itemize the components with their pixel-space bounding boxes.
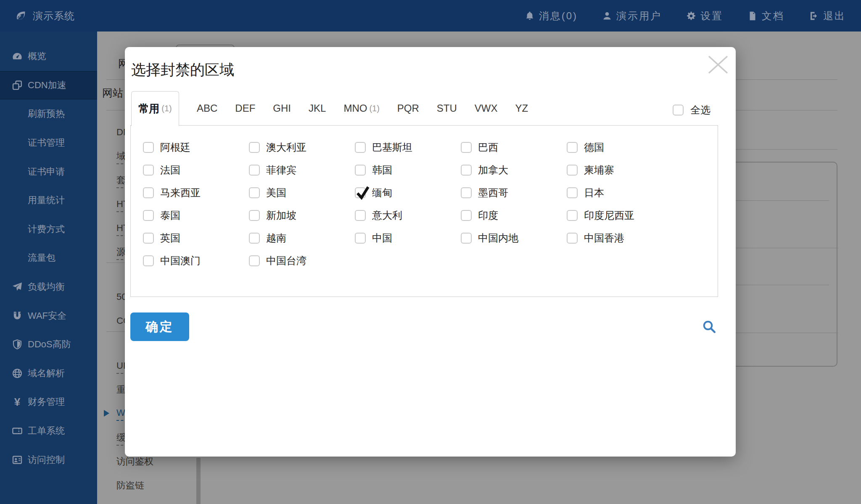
nav-item-user[interactable]: 演示用户 <box>602 9 662 23</box>
checkbox[interactable] <box>567 142 578 153</box>
sidebar-item-billing[interactable]: 计费方式 <box>0 215 97 244</box>
region-checkbox-巴基斯坦[interactable]: 巴基斯坦 <box>355 136 461 159</box>
checkbox[interactable] <box>249 255 260 266</box>
region-checkbox-加拿大[interactable]: 加拿大 <box>461 159 567 181</box>
region-checkbox-泰国[interactable]: 泰国 <box>143 204 249 227</box>
select-all-box[interactable] <box>673 105 684 116</box>
search-icon[interactable] <box>702 319 717 334</box>
checkbox[interactable] <box>355 210 366 221</box>
nav-item-docs[interactable]: 文档 <box>747 9 784 23</box>
region-checkbox-马来西亚[interactable]: 马来西亚 <box>143 181 249 204</box>
sidebar-item-cdn[interactable]: CDN加速 <box>0 71 97 100</box>
region-block-modal: 选择封禁的区域 常用(1)ABCDEFGHIJKLMNO(1)PQRSTUVWX… <box>125 47 736 457</box>
checkbox[interactable] <box>355 142 366 153</box>
sidebar-item-tickets[interactable]: 工单系统 <box>0 417 97 446</box>
sidebar-item-label: WAF安全 <box>28 310 66 322</box>
checkbox[interactable] <box>249 187 260 198</box>
checkbox[interactable] <box>249 233 260 244</box>
tab-GHI[interactable]: GHI <box>273 102 291 114</box>
region-checkbox-印度[interactable]: 印度 <box>461 204 567 227</box>
checkbox[interactable] <box>461 210 472 221</box>
region-checkbox-日本[interactable]: 日本 <box>567 181 673 204</box>
region-checkbox-中国[interactable]: 中国 <box>355 227 461 249</box>
region-checkbox-意大利[interactable]: 意大利 <box>355 204 461 227</box>
nav-item-settings[interactable]: 设置 <box>686 9 723 23</box>
checkbox[interactable] <box>143 187 154 198</box>
tab-VWX[interactable]: VWX <box>475 102 498 114</box>
tab-常用-active[interactable]: 常用(1) <box>131 91 179 126</box>
cdn-icon <box>12 80 23 91</box>
region-checkbox-中国澳门[interactable]: 中国澳门 <box>143 249 249 272</box>
region-checkbox-阿根廷[interactable]: 阿根廷 <box>143 136 249 159</box>
checkbox[interactable] <box>567 187 578 198</box>
checkbox[interactable] <box>355 233 366 244</box>
sidebar-item-label: 用量统计 <box>28 194 65 207</box>
doc-icon <box>747 11 758 21</box>
tab-STU[interactable]: STU <box>437 102 457 114</box>
checkbox[interactable] <box>143 142 154 153</box>
checkbox[interactable] <box>249 142 260 153</box>
checkbox[interactable] <box>355 187 366 198</box>
tab-JKL[interactable]: JKL <box>309 102 326 114</box>
region-checkbox-柬埔寨[interactable]: 柬埔寨 <box>567 159 673 181</box>
checkbox[interactable] <box>567 165 578 176</box>
region-checkbox-中国内地[interactable]: 中国内地 <box>461 227 567 249</box>
region-checkbox-新加坡[interactable]: 新加坡 <box>249 204 355 227</box>
checkbox[interactable] <box>143 210 154 221</box>
region-checkbox-缅甸[interactable]: 缅甸 <box>355 181 461 204</box>
sidebar-item-dns[interactable]: 域名解析 <box>0 359 97 388</box>
sidebar-item-usage[interactable]: 用量统计 <box>0 186 97 215</box>
region-checkbox-德国[interactable]: 德国 <box>567 136 673 159</box>
checkbox[interactable] <box>143 255 154 266</box>
checkbox[interactable] <box>461 187 472 198</box>
region-checkbox-法国[interactable]: 法国 <box>143 159 249 181</box>
region-checkbox-美国[interactable]: 美国 <box>249 181 355 204</box>
region-checkbox-英国[interactable]: 英国 <box>143 227 249 249</box>
sidebar-item-access-control[interactable]: 访问控制 <box>0 445 97 474</box>
nav-item-messages[interactable]: 消息(0) <box>525 9 578 23</box>
checkbox[interactable] <box>143 233 154 244</box>
nav-item-label: 退出 <box>823 9 846 23</box>
select-all-checkbox[interactable]: 全选 <box>673 103 710 117</box>
region-checkbox-澳大利亚[interactable]: 澳大利亚 <box>249 136 355 159</box>
checkbox[interactable] <box>567 233 578 244</box>
close-icon[interactable] <box>707 55 729 74</box>
sidebar-item-load-balance[interactable]: 负载均衡 <box>0 273 97 302</box>
checkbox[interactable] <box>567 210 578 221</box>
sidebar-item-traffic-pack[interactable]: 流量包 <box>0 244 97 273</box>
confirm-button[interactable]: 确定 <box>130 312 189 341</box>
sidebar-item-overview[interactable]: 概览 <box>0 42 97 71</box>
region-checkbox-中国台湾[interactable]: 中国台湾 <box>249 249 355 272</box>
region-checkbox-巴西[interactable]: 巴西 <box>461 136 567 159</box>
checkbox[interactable] <box>249 210 260 221</box>
tab-PQR[interactable]: PQR <box>397 102 419 114</box>
region-checkbox-菲律宾[interactable]: 菲律宾 <box>249 159 355 181</box>
checkbox[interactable] <box>143 165 154 176</box>
checkbox[interactable] <box>249 165 260 176</box>
sidebar-item-waf[interactable]: WAF安全 <box>0 301 97 330</box>
region-checkbox-越南[interactable]: 越南 <box>249 227 355 249</box>
sidebar-item-cert-apply[interactable]: 证书申请 <box>0 157 97 186</box>
gauge-icon <box>12 51 23 62</box>
sidebar-item-finance[interactable]: ¥财务管理 <box>0 388 97 417</box>
top-navbar: 演示系统 消息(0)演示用户设置文档退出 <box>0 0 861 32</box>
checkbox[interactable] <box>461 165 472 176</box>
gear-icon <box>686 11 696 21</box>
region-checkbox-韩国[interactable]: 韩国 <box>355 159 461 181</box>
sidebar-item-label: 工单系统 <box>28 425 65 437</box>
nav-item-label: 文档 <box>762 9 784 23</box>
region-checkbox-墨西哥[interactable]: 墨西哥 <box>461 181 567 204</box>
tab-MNO[interactable]: MNO(1) <box>343 102 379 114</box>
tab-ABC[interactable]: ABC <box>197 102 217 114</box>
sidebar-item-ddos[interactable]: DDoS高防 <box>0 330 97 359</box>
nav-item-logout[interactable]: 退出 <box>809 9 846 23</box>
tab-DEF[interactable]: DEF <box>235 102 255 114</box>
checkbox[interactable] <box>461 233 472 244</box>
sidebar-item-cert-manage[interactable]: 证书管理 <box>0 129 97 158</box>
region-checkbox-中国香港[interactable]: 中国香港 <box>567 227 673 249</box>
checkbox[interactable] <box>355 165 366 176</box>
checkbox[interactable] <box>461 142 472 153</box>
tab-YZ[interactable]: YZ <box>515 102 528 114</box>
sidebar-item-refresh[interactable]: 刷新预热 <box>0 100 97 129</box>
region-checkbox-印度尼西亚[interactable]: 印度尼西亚 <box>567 204 673 227</box>
